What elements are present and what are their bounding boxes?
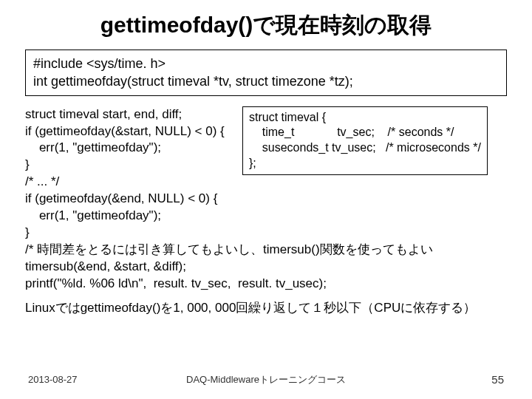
slide-title: gettimeofday()で現在時刻の取得 bbox=[21, 10, 511, 41]
function-signature-box: #include <sys/time. h> int gettimeofday(… bbox=[25, 50, 507, 96]
page-number: 55 bbox=[491, 373, 504, 386]
struct-definition-box: struct timeval { time_t tv_sec; /* secon… bbox=[242, 106, 488, 175]
footer: 2013-08-27 DAQ-Middlewareトレーニングコース 55 bbox=[0, 373, 532, 386]
body-area: struct timeval { time_t tv_sec; /* secon… bbox=[21, 106, 511, 317]
performance-note: Linuxではgettimeofday()を1, 000, 000回繰り返して１… bbox=[25, 300, 507, 317]
signature-line-1: #include <sys/time. h> bbox=[33, 55, 499, 72]
footer-date: 2013-08-27 bbox=[28, 374, 78, 385]
signature-line-2: int gettimeofday(struct timeval *tv, str… bbox=[33, 72, 499, 90]
footer-course: DAQ-Middlewareトレーニングコース bbox=[186, 373, 346, 386]
slide: gettimeofday()で現在時刻の取得 #include <sys/tim… bbox=[0, 0, 532, 399]
